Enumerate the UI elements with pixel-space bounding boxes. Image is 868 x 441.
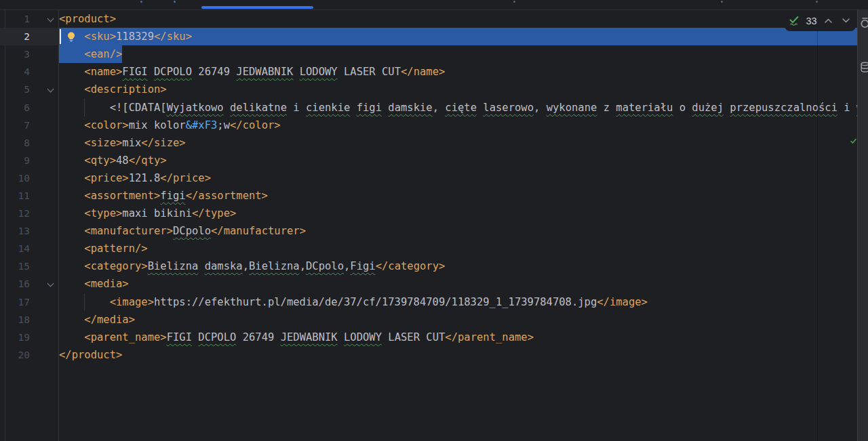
gutter-cell[interactable]: 8 — [0, 134, 59, 152]
line-number[interactable]: 15 — [0, 261, 30, 272]
fold-chevron-icon[interactable] — [47, 16, 54, 22]
code-text: <price>121.8</price> — [59, 172, 211, 184]
fold-chevron-icon[interactable] — [47, 86, 54, 93]
code-line-4[interactable]: 4 <name>FIGI DCPOLO 26749 JEDWABNIK LODO… — [0, 63, 857, 81]
line-number[interactable]: 18 — [0, 314, 30, 325]
line-number[interactable]: 3 — [0, 49, 30, 60]
code-line-content[interactable]: <image>https://efekthurt.pl/media/de/37/… — [59, 293, 857, 311]
code-line-12[interactable]: 12 <type>maxi bikini</type> — [0, 205, 857, 222]
code-line-content[interactable]: <assortment>figi</assortment> — [59, 187, 857, 205]
active-tab-indicator[interactable] — [201, 6, 313, 9]
intention-bulb-icon[interactable] — [66, 31, 77, 42]
gutter-cell[interactable]: 16 — [0, 275, 59, 293]
code-line-6[interactable]: 6 <![CDATA[Wyjatkowo delikatne i cienkie… — [0, 98, 857, 116]
code-line-11[interactable]: 11 <assortment>figi</assortment> — [0, 187, 857, 205]
next-problem-button[interactable] — [840, 15, 852, 27]
code-line-content[interactable]: <sku>118329</sku> — [59, 28, 857, 45]
gutter-cell[interactable]: 7 — [0, 117, 59, 134]
line-number[interactable]: 8 — [0, 138, 30, 148]
right-tool-stripe[interactable] — [857, 10, 868, 441]
gutter-cell[interactable]: 2 — [0, 28, 59, 45]
line-number[interactable]: 12 — [0, 208, 30, 219]
code-line-8[interactable]: 8 <size>mix</size> — [0, 134, 857, 152]
typo-check-icon — [788, 15, 800, 27]
gutter-cell[interactable]: 11 — [0, 187, 59, 205]
gutter-cell[interactable]: 3 — [0, 45, 59, 63]
line-number[interactable]: 7 — [0, 120, 30, 131]
line-number[interactable]: 6 — [0, 102, 30, 113]
gutter-cell[interactable]: 1 — [0, 10, 59, 28]
fold-chevron-icon[interactable] — [47, 280, 54, 287]
line-number[interactable]: 19 — [0, 332, 30, 343]
code-line-18[interactable]: 18 </media> — [0, 311, 857, 329]
code-line-15[interactable]: 15 <category>Bielizna damska,Bielizna,DC… — [0, 257, 857, 275]
code-line-10[interactable]: 10 <price>121.8</price> — [0, 169, 857, 187]
gutter-cell[interactable]: 10 — [0, 169, 59, 187]
code-line-content[interactable]: <media> — [59, 275, 857, 293]
code-lines: 1<product>2 <sku>118329</sku>3 <ean/>4 <… — [0, 10, 857, 364]
code-line-16[interactable]: 16 <media> — [0, 275, 857, 293]
line-number[interactable]: 4 — [0, 66, 30, 77]
line-number[interactable]: 5 — [0, 84, 30, 95]
gutter-cell[interactable]: 6 — [0, 98, 59, 116]
gutter-cell[interactable]: 18 — [0, 311, 59, 329]
gutter-cell[interactable]: 13 — [0, 222, 59, 240]
code-line-content[interactable]: <price>121.8</price> — [59, 169, 857, 187]
code-line-20[interactable]: 20</product> — [0, 346, 857, 364]
gutter-cell[interactable]: 14 — [0, 240, 59, 257]
gutter-cell[interactable]: 12 — [0, 205, 59, 222]
code-line-content[interactable]: <manufacturer>DCpolo</manufacturer> — [59, 222, 857, 240]
code-line-13[interactable]: 13 <manufacturer>DCpolo</manufacturer> — [0, 222, 857, 240]
gutter-cell[interactable]: 9 — [0, 152, 59, 169]
code-line-content[interactable]: <qty>48</qty> — [59, 152, 857, 169]
code-line-content[interactable]: <type>maxi bikini</type> — [59, 205, 857, 222]
code-editor[interactable]: 1<product>2 <sku>118329</sku>3 <ean/>4 <… — [0, 10, 857, 441]
code-line-14[interactable]: 14 <pattern/> — [0, 240, 857, 257]
code-line-content[interactable]: <pattern/> — [59, 240, 857, 257]
code-line-2[interactable]: 2 <sku>118329</sku> — [0, 28, 857, 45]
code-line-content[interactable]: <![CDATA[Wyjatkowo delikatne i cienkie f… — [59, 98, 857, 116]
code-line-content[interactable]: </product> — [59, 346, 857, 364]
code-line-content[interactable]: </media> — [59, 311, 857, 329]
code-text: <image>https://efekthurt.pl/media/de/37/… — [59, 296, 648, 308]
previous-problem-button[interactable] — [823, 15, 835, 27]
code-line-5[interactable]: 5 <description> — [0, 81, 857, 98]
notifications-icon[interactable] — [860, 17, 868, 32]
line-number[interactable]: 16 — [0, 278, 30, 289]
code-line-content[interactable]: <color>mix kolor&#xF3;w</color> — [59, 117, 857, 134]
gutter-cell[interactable]: 15 — [0, 257, 59, 275]
gutter-cell[interactable]: 17 — [0, 293, 59, 311]
line-number[interactable]: 1 — [0, 14, 30, 24]
ide-window: { "theme": { "bg": "#1e1f22", "accent": … — [0, 0, 868, 441]
inspections-widget[interactable]: 33 — [785, 10, 856, 31]
code-text: <name>FIGI DCPOLO 26749 JEDWABNIK LODOWY… — [59, 66, 445, 78]
code-line-content[interactable]: <product> — [59, 10, 857, 28]
code-line-7[interactable]: 7 <color>mix kolor&#xF3;w</color> — [0, 117, 857, 134]
code-line-content[interactable]: <category>Bielizna damska,Bielizna,DCpol… — [59, 257, 857, 275]
code-line-content[interactable]: <description> — [59, 81, 857, 98]
gutter-cell[interactable]: 4 — [0, 63, 59, 81]
line-number[interactable]: 9 — [0, 155, 30, 166]
code-line-9[interactable]: 9 <qty>48</qty> — [0, 152, 857, 169]
line-number[interactable]: 13 — [0, 226, 30, 236]
code-line-content[interactable]: <parent_name>FIGI DCPOLO 26749 JEDWABNIK… — [59, 329, 857, 346]
gutter-cell[interactable]: 5 — [0, 81, 59, 98]
code-line-17[interactable]: 17 <image>https://efekthurt.pl/media/de/… — [0, 293, 857, 311]
gutter-cell[interactable]: 20 — [0, 346, 59, 364]
code-line-19[interactable]: 19 <parent_name>FIGI DCPOLO 26749 JEDWAB… — [0, 329, 857, 346]
code-text: <manufacturer>DCpolo</manufacturer> — [59, 225, 306, 237]
code-line-content[interactable]: <name>FIGI DCPOLO 26749 JEDWABNIK LODOWY… — [59, 63, 857, 81]
code-line-1[interactable]: 1<product> — [0, 10, 857, 28]
line-number[interactable]: 11 — [0, 190, 30, 201]
line-number[interactable]: 20 — [0, 350, 30, 360]
database-icon[interactable] — [860, 62, 868, 76]
gutter-cell[interactable]: 19 — [0, 329, 59, 346]
line-number[interactable]: 2 — [0, 31, 30, 42]
code-line-content[interactable]: <size>mix</size> — [59, 134, 857, 152]
code-line-content[interactable]: <ean/> — [59, 45, 857, 63]
line-number[interactable]: 14 — [0, 243, 30, 254]
scrollbar-status-mark — [850, 134, 856, 147]
line-number[interactable]: 10 — [0, 173, 30, 184]
code-line-3[interactable]: 3 <ean/> — [0, 45, 857, 63]
line-number[interactable]: 17 — [0, 297, 30, 308]
